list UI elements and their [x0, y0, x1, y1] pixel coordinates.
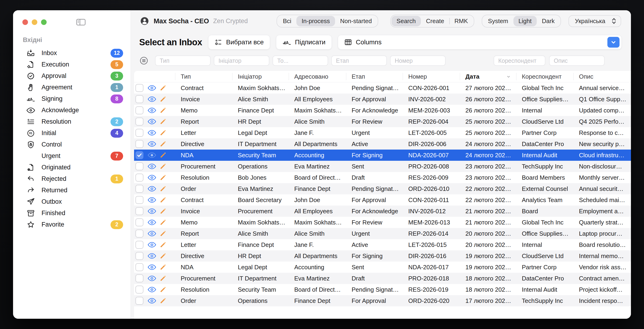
- language-select[interactable]: Українська: [568, 15, 621, 27]
- edit-icon[interactable]: [160, 96, 166, 103]
- sidebar-item-urgent[interactable]: Urgent 7: [13, 150, 130, 162]
- view-icon[interactable]: [148, 196, 156, 203]
- filter-number-input[interactable]: [390, 56, 446, 66]
- view-icon[interactable]: [148, 129, 156, 136]
- view-icon[interactable]: [148, 152, 156, 159]
- fullscreen-window-button[interactable]: [41, 19, 47, 25]
- row-checkbox[interactable]: [136, 84, 144, 92]
- view-icon[interactable]: [148, 118, 156, 125]
- filter-stage-input[interactable]: [331, 56, 387, 66]
- sidebar-item-inbox[interactable]: Inbox 12: [13, 47, 130, 59]
- view-icon[interactable]: [148, 230, 156, 237]
- row-checkbox[interactable]: [136, 95, 144, 103]
- segment-dark[interactable]: Dark: [537, 16, 560, 26]
- minimize-window-button[interactable]: [32, 19, 37, 25]
- table-row[interactable]: Letter Finance Dept Jane F. Active LET-2…: [134, 239, 631, 250]
- view-icon[interactable]: [148, 107, 156, 114]
- row-checkbox[interactable]: [136, 263, 144, 271]
- edit-icon[interactable]: [160, 140, 166, 147]
- table-row[interactable]: Invoice Alice Smith All Employees For Ap…: [134, 94, 631, 105]
- segment-in-process[interactable]: In-process: [296, 16, 335, 26]
- row-checkbox[interactable]: [136, 118, 144, 126]
- view-icon[interactable]: [148, 174, 156, 181]
- table-row[interactable]: Order Operations Finance Dept For Approv…: [134, 295, 631, 306]
- view-icon[interactable]: [148, 185, 156, 192]
- table-row[interactable]: NDA Legal Dept Accounting Sent NDA-2026-…: [134, 261, 631, 273]
- edit-icon[interactable]: [160, 241, 166, 248]
- edit-icon[interactable]: [160, 252, 166, 259]
- row-checkbox[interactable]: [136, 174, 144, 182]
- segment-create[interactable]: Create: [421, 16, 449, 26]
- sign-button[interactable]: Підписати: [276, 35, 332, 50]
- header-description[interactable]: Опис: [573, 71, 631, 82]
- table-row[interactable]: Memo Finance Dept Maxim Sokhats… For Ack…: [134, 105, 631, 116]
- segment-search[interactable]: Search: [392, 16, 421, 26]
- view-icon[interactable]: [148, 297, 156, 304]
- edit-icon[interactable]: [160, 208, 166, 215]
- edit-icon[interactable]: [160, 286, 166, 293]
- segment-rmk[interactable]: RMK: [449, 16, 473, 26]
- edit-icon[interactable]: [160, 230, 166, 237]
- segment-non-started[interactable]: Non-started: [335, 16, 377, 26]
- sidebar-item-finished[interactable]: Finished: [13, 207, 130, 219]
- row-checkbox[interactable]: [136, 274, 144, 282]
- table-row[interactable]: Letter Legal Dept Jane F. Urgent LET-202…: [134, 127, 631, 138]
- table-row[interactable]: Contract Board Secretary John Doe For Ap…: [134, 194, 631, 206]
- row-checkbox[interactable]: [136, 140, 144, 148]
- sidebar-item-acknowledge[interactable]: Acknowledge: [13, 105, 130, 116]
- edit-icon[interactable]: [160, 174, 166, 181]
- view-icon[interactable]: [148, 163, 156, 170]
- view-icon[interactable]: [148, 85, 156, 92]
- sidebar-item-signing[interactable]: Signing 8: [13, 93, 130, 105]
- table-row[interactable]: Memo Maxim Sokhats… Maxim Sokhats… For R…: [134, 217, 631, 228]
- row-checkbox[interactable]: [136, 218, 144, 226]
- table-row[interactable]: Contract Maxim Sokhats… John Doe Pending…: [134, 82, 631, 94]
- sidebar-item-initial[interactable]: 01 Initial 4: [13, 127, 130, 139]
- row-checkbox[interactable]: [136, 252, 144, 260]
- edit-icon[interactable]: [160, 297, 166, 304]
- header-addressed[interactable]: Адресовано: [289, 71, 346, 82]
- edit-icon[interactable]: [160, 107, 166, 114]
- sidebar-item-outbox[interactable]: Outbox: [13, 196, 130, 207]
- edit-icon[interactable]: [160, 219, 166, 226]
- table-row[interactable]: Directive IT Department All Departments …: [134, 138, 631, 150]
- row-checkbox[interactable]: [136, 185, 144, 193]
- view-icon[interactable]: [148, 241, 156, 248]
- sidebar-item-originated[interactable]: Originated: [13, 162, 130, 173]
- segment-light[interactable]: Light: [514, 16, 537, 26]
- table-row[interactable]: Invoice Procurement All Employees For Ac…: [134, 206, 631, 217]
- header-type[interactable]: Тип: [175, 71, 232, 82]
- view-icon[interactable]: [148, 96, 156, 103]
- view-icon[interactable]: [148, 140, 156, 147]
- filter-type-input[interactable]: [155, 56, 210, 66]
- table-row[interactable]: NDA Security Team Accounting For Signing…: [134, 150, 631, 161]
- close-window-button[interactable]: [22, 19, 28, 25]
- filter-description-input[interactable]: [549, 56, 604, 66]
- header-correspondent[interactable]: Кореспондент: [516, 71, 573, 82]
- edit-icon[interactable]: [160, 118, 166, 125]
- header-number[interactable]: Номер: [403, 71, 460, 82]
- edit-icon[interactable]: [160, 129, 166, 136]
- filter-initiator-input[interactable]: [214, 56, 269, 66]
- row-checkbox[interactable]: [136, 207, 144, 215]
- edit-icon[interactable]: [160, 275, 166, 282]
- sidebar-item-favorite[interactable]: Favorite 2: [13, 219, 130, 230]
- table-row[interactable]: Report HR Dept Alice Smith For Review RE…: [134, 116, 631, 127]
- sidebar-item-resolution[interactable]: Resolution 2: [13, 116, 130, 127]
- row-checkbox[interactable]: [136, 196, 144, 204]
- view-icon[interactable]: [148, 275, 156, 282]
- row-checkbox[interactable]: [136, 162, 144, 170]
- table-row[interactable]: Procurement IT Department Eva Martinez D…: [134, 273, 631, 284]
- sidebar-item-approval[interactable]: Approval 3: [13, 70, 130, 82]
- sidebar-item-returned[interactable]: Returned: [13, 185, 130, 196]
- sidebar-item-control[interactable]: Control: [13, 139, 130, 150]
- filter-to-input[interactable]: [272, 56, 328, 66]
- table-row[interactable]: Order Eva Martinez Finance Dept Pending …: [134, 183, 631, 194]
- row-checkbox[interactable]: [136, 106, 144, 114]
- header-stage[interactable]: Етап: [346, 71, 403, 82]
- segment-all[interactable]: Всі: [278, 16, 296, 26]
- row-checkbox[interactable]: [136, 297, 144, 305]
- edit-icon[interactable]: [160, 85, 166, 92]
- row-checkbox[interactable]: [136, 286, 144, 293]
- table-row[interactable]: Procurement Operations Eva Martinez Sent…: [134, 161, 631, 172]
